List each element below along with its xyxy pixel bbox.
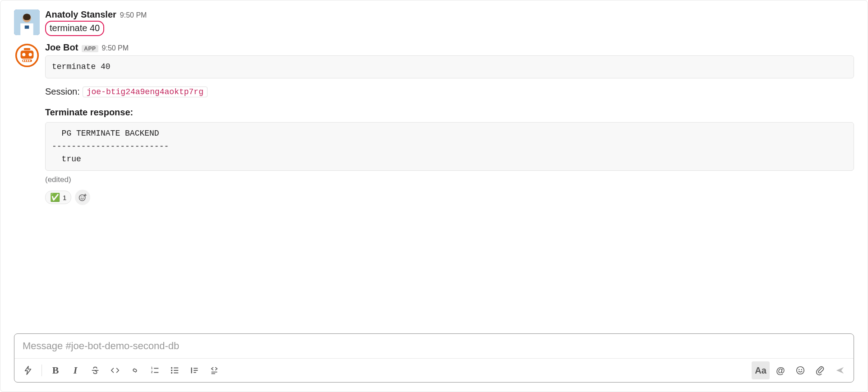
link-icon <box>130 365 140 375</box>
svg-point-36 <box>797 367 804 374</box>
message-bot: Joe Bot APP 9:50 PM terminate 40 Session… <box>14 42 854 205</box>
ordered-list-icon: 1 2 <box>150 365 160 375</box>
svg-rect-2 <box>20 23 33 35</box>
bot-avatar-image <box>15 43 39 68</box>
reaction-count: 1 <box>63 194 66 201</box>
chat-container: Anatoly Stansler 9:50 PM terminate 40 <box>0 0 868 392</box>
italic-button[interactable]: I <box>66 361 84 379</box>
add-reaction-button[interactable] <box>75 190 90 205</box>
code-icon <box>110 365 120 375</box>
message-text: terminate 40 <box>45 21 854 36</box>
svg-point-7 <box>28 53 32 56</box>
svg-rect-10 <box>25 59 26 61</box>
edited-label: (edited) <box>45 175 854 184</box>
svg-point-14 <box>79 195 85 201</box>
message-time: 9:50 PM <box>102 44 129 52</box>
code-block-button[interactable] <box>205 361 223 379</box>
code-button[interactable] <box>106 361 124 379</box>
paperclip-icon <box>815 365 825 375</box>
strikethrough-icon <box>90 365 100 375</box>
reaction-checkmark[interactable]: ✅ 1 <box>45 191 71 204</box>
author-name[interactable]: Joe Bot <box>45 42 78 53</box>
session-label: Session: <box>45 87 80 97</box>
link-button[interactable] <box>126 361 144 379</box>
svg-point-26 <box>171 369 172 371</box>
message-user: Anatoly Stansler 9:50 PM terminate 40 <box>14 9 854 36</box>
session-row: Session: joe-btig24a9eng4aoktp7rg <box>45 87 854 97</box>
strikethrough-button[interactable] <box>86 361 104 379</box>
svg-text:1: 1 <box>151 366 153 369</box>
bullet-list-button[interactable] <box>166 361 184 379</box>
add-emoji-icon <box>78 193 87 202</box>
svg-point-16 <box>83 196 84 197</box>
svg-point-15 <box>81 196 82 197</box>
svg-point-6 <box>22 53 25 56</box>
smile-icon <box>795 365 805 375</box>
attach-button[interactable] <box>811 361 829 379</box>
session-id[interactable]: joe-btig24a9eng4aoktp7rg <box>83 87 208 97</box>
user-avatar-image <box>14 9 40 35</box>
lightning-icon <box>23 365 33 375</box>
message-list: Anatoly Stansler 9:50 PM terminate 40 <box>14 9 854 326</box>
message-body: Anatoly Stansler 9:50 PM terminate 40 <box>45 9 854 36</box>
message-header: Joe Bot APP 9:50 PM <box>45 42 854 53</box>
svg-rect-9 <box>23 59 24 61</box>
code-block-icon <box>209 365 219 375</box>
response-code-block: PG TERMINATE BACKEND -------------------… <box>45 122 854 171</box>
quote-code-block: terminate 40 <box>45 55 854 78</box>
author-name[interactable]: Anatoly Stansler <box>45 9 116 20</box>
shortcuts-button[interactable] <box>19 361 37 379</box>
message-header: Anatoly Stansler 9:50 PM <box>45 9 854 20</box>
composer-toolbar: B I 1 2 <box>14 358 854 382</box>
send-icon <box>835 365 845 375</box>
toolbar-divider <box>42 365 42 376</box>
blockquote-button[interactable] <box>185 361 203 379</box>
checkmark-emoji-icon: ✅ <box>50 192 60 202</box>
svg-rect-13 <box>23 48 30 50</box>
svg-text:2: 2 <box>151 370 153 374</box>
app-badge: APP <box>82 45 98 52</box>
bold-button[interactable]: B <box>46 361 65 379</box>
blockquote-icon <box>189 365 199 375</box>
svg-rect-12 <box>29 59 30 61</box>
avatar-bot[interactable] <box>14 42 40 68</box>
reactions-bar: ✅ 1 <box>45 190 854 205</box>
response-title: Terminate response: <box>45 107 854 118</box>
bullet-list-icon <box>170 365 180 375</box>
ordered-list-button[interactable]: 1 2 <box>146 361 164 379</box>
format-toggle-button[interactable]: Aa <box>752 361 770 379</box>
svg-rect-11 <box>27 59 28 61</box>
svg-point-24 <box>171 367 172 369</box>
avatar-user[interactable] <box>14 9 40 35</box>
svg-point-28 <box>171 372 172 374</box>
message-composer: Message #joe-bot-demo-second-db B I 1 2 <box>14 333 854 383</box>
emoji-button[interactable] <box>791 361 809 379</box>
svg-point-37 <box>799 369 799 370</box>
svg-point-38 <box>801 369 802 370</box>
message-body: Joe Bot APP 9:50 PM terminate 40 Session… <box>45 42 854 205</box>
send-button[interactable] <box>831 361 849 379</box>
message-time: 9:50 PM <box>120 11 147 19</box>
message-input[interactable]: Message #joe-bot-demo-second-db <box>14 334 854 358</box>
mention-button[interactable]: @ <box>771 361 790 379</box>
svg-rect-3 <box>25 26 29 29</box>
highlighted-text: terminate 40 <box>45 21 104 36</box>
